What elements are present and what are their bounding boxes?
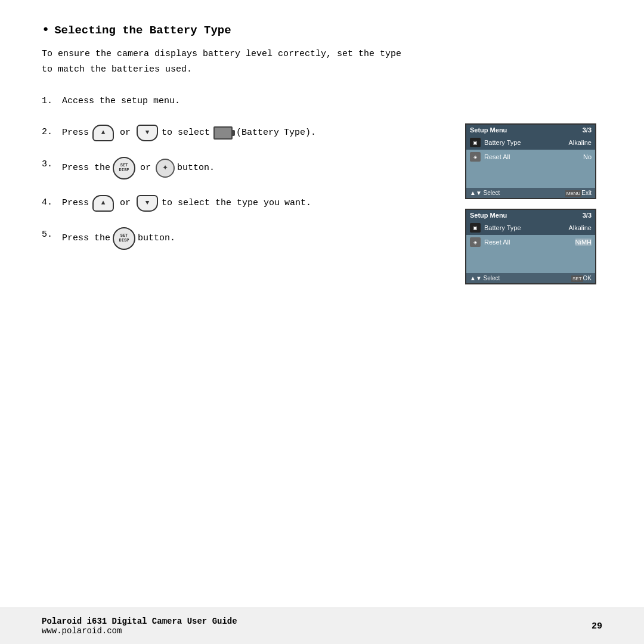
footer-left: Polaroid i631 Digital Camera User Guide …: [42, 617, 237, 636]
screen1-row1-value: Alkaline: [568, 139, 592, 146]
steps-left: 1. Access the setup menu. 2. Press or to…: [42, 94, 453, 284]
step-content-5: Press the SETDISP button.: [62, 227, 175, 250]
or-connector-2: or: [140, 160, 151, 176]
step-number-1: 1.: [42, 94, 56, 109]
plus-button: ✦: [156, 159, 175, 178]
reset-all-icon-2: ◈: [470, 237, 481, 247]
step-5: 5. Press the SETDISP button.: [42, 227, 453, 250]
step-content-2: Press or to select (Battery Type).: [62, 125, 316, 141]
or-connector-1: or: [120, 125, 131, 141]
bullet: •: [42, 24, 49, 37]
screen1-page: 3/3: [583, 126, 592, 134]
screen1-row1-label: Battery Type: [484, 139, 568, 146]
intro-text: To ensure the camera displays battery le…: [42, 47, 411, 77]
page-number: 29: [592, 621, 602, 631]
step-4-want: want.: [284, 196, 311, 211]
screen1-footer: ▲▼ Select MENUExit: [466, 188, 595, 198]
screen2-page: 3/3: [583, 212, 592, 219]
battery-type-icon-2: ▣: [470, 223, 481, 233]
step-3: 3. Press the SETDISP or ✦ button.: [42, 157, 453, 179]
screen1-row2-value: No: [583, 153, 592, 160]
step-1: 1. Access the setup menu.: [42, 94, 453, 109]
step-content-1: Access the setup menu.: [62, 94, 180, 109]
screen1-spacer: [466, 164, 595, 188]
step-4: 4. Press or to select the type you want.: [42, 195, 453, 212]
screen2-row2-label: Reset All: [484, 239, 575, 246]
step-number-5: 5.: [42, 227, 56, 243]
step-2: 2. Press or to select (Battery Type).: [42, 125, 453, 141]
screen1-row-2: ◈ Reset All No: [466, 150, 595, 164]
step-2-to-select: to select: [162, 125, 210, 141]
screen1-row-1: ▣ Battery Type Alkaline: [466, 135, 595, 150]
screen2-row-1: ▣ Battery Type Alkaline: [466, 221, 595, 235]
title-text: Selecting the Battery Type: [54, 24, 231, 37]
step-2-type: Type).: [284, 125, 316, 141]
screen2-row1-label: Battery Type: [484, 224, 568, 231]
steps-right: Setup Menu 3/3 ▣ Battery Type Alkaline ◈…: [465, 94, 602, 284]
screen1-row2-label: Reset All: [484, 153, 583, 160]
battery-type-icon-1: ▣: [470, 138, 481, 147]
footer-brand-text: Polaroid i631 Digital Camera User Guide: [42, 617, 237, 626]
step-4-text: to select the type you: [162, 196, 280, 211]
step-5-press: Press the: [62, 231, 110, 246]
up-arrow-button: [92, 125, 114, 141]
down-arrow-button: [137, 125, 158, 141]
down-arrow-button-2: [137, 195, 158, 212]
screen2-footer-right: SETOK: [571, 275, 592, 281]
step-3-button: button.: [177, 160, 215, 176]
screen2-row1-value: Alkaline: [568, 224, 592, 231]
up-arrow-button-2: [92, 195, 114, 212]
step-3-press: Press the: [62, 160, 110, 176]
battery-icon-button: [213, 126, 233, 140]
footer-brand: Polaroid i631 Digital Camera User Guide: [42, 617, 237, 626]
screen1-footer-right: MENUExit: [565, 190, 592, 196]
screen1-title: Setup Menu: [470, 126, 507, 134]
screen1-footer-left: ▲▼ Select: [470, 190, 500, 196]
screen2-header: Setup Menu 3/3: [466, 210, 595, 221]
screen2-spacer: [466, 249, 595, 273]
screen2-title: Setup Menu: [470, 212, 507, 219]
step-2-battery: (Battery: [236, 125, 279, 141]
step-content-3: Press the SETDISP or ✦ button.: [62, 157, 215, 179]
screen2-footer-left: ▲▼ Select: [470, 275, 500, 281]
set-disp-button-1: SETDISP: [113, 157, 135, 179]
step-5-button: button.: [138, 231, 175, 246]
step-number-4: 4.: [42, 195, 56, 210]
screen1-header: Setup Menu 3/3: [466, 125, 595, 135]
screen-mockup-2: Setup Menu 3/3 ▣ Battery Type Alkaline ◈…: [465, 209, 596, 284]
step-1-text: Access the setup menu.: [62, 94, 180, 109]
screen2-footer: ▲▼ Select SETOK: [466, 273, 595, 283]
reset-all-icon-1: ◈: [470, 152, 481, 162]
step-number-2: 2.: [42, 125, 56, 140]
page-content: • Selecting the Battery Type To ensure t…: [0, 0, 644, 302]
or-connector-3: or: [120, 196, 131, 211]
step-2-press: Press: [62, 125, 89, 141]
section-title: • Selecting the Battery Type: [42, 24, 602, 37]
page-footer: Polaroid i631 Digital Camera User Guide …: [0, 608, 644, 644]
screen-mockup-1: Setup Menu 3/3 ▣ Battery Type Alkaline ◈…: [465, 123, 596, 199]
set-disp-button-2: SETDISP: [113, 227, 135, 250]
steps-area: 1. Access the setup menu. 2. Press or to…: [42, 94, 602, 284]
screen2-row-2: ◈ Reset All NiMH: [466, 235, 595, 249]
screen2-row2-value: NiMH: [575, 239, 592, 246]
step-4-press: Press: [62, 196, 89, 211]
step-content-4: Press or to select the type you want.: [62, 195, 311, 212]
step-number-3: 3.: [42, 157, 56, 172]
footer-website: www.polaroid.com: [42, 626, 237, 636]
